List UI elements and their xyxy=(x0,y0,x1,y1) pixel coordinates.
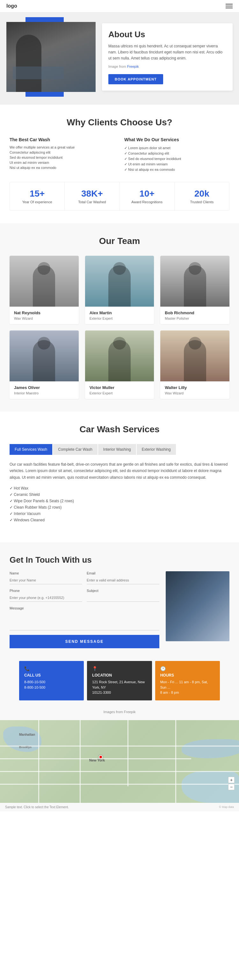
stats-row: 15+Year Of experience38K+Total Car Washe… xyxy=(10,182,229,210)
name-input[interactable] xyxy=(10,576,82,584)
contact-title: Get In Touch With us xyxy=(10,555,229,565)
team-info: James Oliver Interior Maestro xyxy=(10,381,79,399)
team-member-name: Walter Lilly xyxy=(165,385,225,390)
team-card: Walter Lilly Wax Wizard xyxy=(160,331,229,399)
list-item: Consectetur adipiscing elit xyxy=(124,151,229,156)
stat-number: 20k xyxy=(178,189,226,199)
logo: logo xyxy=(6,3,17,9)
info-boxes: 📞 CALL US 8-800-10-5008-800-10-500 📍 LOC… xyxy=(10,661,229,707)
team-member-role: Wax Wizard xyxy=(14,317,74,320)
list-item: Ut enim ad minim veniam xyxy=(124,162,229,167)
stat-item: 38K+Total Car Washed xyxy=(65,182,120,210)
team-card: Bob Richmond Master Polisher xyxy=(160,256,229,324)
phone-input[interactable] xyxy=(10,594,82,602)
email-input[interactable] xyxy=(87,576,159,584)
stat-item: 10+Award Recognitions xyxy=(120,182,175,210)
list-item: Nisi ut aliquip ex ea commodo xyxy=(124,167,229,172)
team-member-role: Interior Maestro xyxy=(14,391,74,395)
stat-number: 15+ xyxy=(13,189,61,199)
services-tab-button[interactable]: Interior Washing xyxy=(98,444,136,455)
map-zoom-in-button[interactable]: + xyxy=(228,777,234,783)
form-row-2: Phone Subject xyxy=(10,589,159,602)
about-title: About Us xyxy=(108,30,226,40)
team-title: Our Team xyxy=(10,236,229,246)
form-group-message: Message xyxy=(10,606,159,632)
phone-label: Phone xyxy=(10,589,82,593)
why-col1-text1: We offer multiple services at a great va… xyxy=(10,145,115,149)
why-col2-list: Lorem ipsum dolor sit amet Consectetur a… xyxy=(124,145,229,172)
team-member-name: Nat Reynolds xyxy=(14,310,74,315)
list-item: Ceramic Shield xyxy=(10,492,229,498)
info-boxes-wrapper: 📞 CALL US 8-800-10-5008-800-10-500 📍 LOC… xyxy=(0,661,239,720)
form-group-email: Email xyxy=(87,571,159,584)
contact-layout: Name Email Phone Subject Me xyxy=(10,571,229,648)
list-item: Interior Vacuum xyxy=(10,511,229,517)
subject-label: Subject xyxy=(87,589,159,593)
map-section[interactable]: New York Manhattan Brooklyn + − xyxy=(0,720,239,803)
team-member-name: Alex Martin xyxy=(90,310,150,315)
stat-label: Total Car Washed xyxy=(68,200,116,204)
team-info: Alex Martin Exterior Expert xyxy=(85,307,154,324)
team-photo-placeholder xyxy=(160,256,229,307)
map-label-manhattan: Manhattan xyxy=(19,733,35,737)
hero-section: About Us Massa ultrices mi quis hendreri… xyxy=(0,13,239,105)
map-pin xyxy=(99,755,103,759)
contact-photo xyxy=(166,571,229,641)
message-label: Message xyxy=(10,606,159,610)
services-tab-button[interactable]: Exterior Washing xyxy=(137,444,176,455)
why-col2-title: What We Do Our Services xyxy=(124,137,229,142)
book-appointment-button[interactable]: BOOK APPOINTMENT xyxy=(108,74,163,84)
services-tab-button[interactable]: Complete Car Wash xyxy=(53,444,98,455)
services-title: Car Wash Services xyxy=(10,424,229,434)
team-photo-placeholder xyxy=(85,331,154,381)
team-section: Our Team Nat Reynolds Wax Wizard Alex Ma… xyxy=(0,223,239,412)
list-item: Sed do eiusmod tempor incididunt xyxy=(124,156,229,162)
info-box-title: LOCATION xyxy=(92,673,147,678)
team-card: James Oliver Interior Maestro xyxy=(10,331,79,399)
email-label: Email xyxy=(87,571,159,575)
team-member-role: Exterior Expert xyxy=(90,391,150,395)
services-section: Car Wash Services Full Services WashComp… xyxy=(0,412,239,542)
map-attribution: © Map data xyxy=(219,805,234,808)
message-input[interactable] xyxy=(10,611,159,630)
team-card: Victor Muller Exterior Expert xyxy=(85,331,154,399)
team-info: Walter Lilly Wax Wizard xyxy=(160,381,229,399)
team-member-role: Master Polisher xyxy=(165,317,225,320)
team-photo-placeholder xyxy=(10,256,79,307)
team-info: Bob Richmond Master Polisher xyxy=(160,307,229,324)
about-text: Massa ultrices mi quis hendrerit. Ac ut … xyxy=(108,43,226,62)
info-box-text: 8-800-10-5008-800-10-500 xyxy=(24,679,79,690)
team-member-name: James Oliver xyxy=(14,385,74,390)
stat-label: Award Recognitions xyxy=(123,200,171,204)
map-zoom-out-button[interactable]: − xyxy=(228,784,234,790)
stat-number: 38K+ xyxy=(68,189,116,199)
info-box-text: Mon - Fri ... 11 am - 8 pm, Sat, Sun ...… xyxy=(160,679,215,695)
team-photo-placeholder xyxy=(10,331,79,381)
team-member-role: Wax Wizard xyxy=(165,391,225,395)
services-tab-button[interactable]: Full Services Wash xyxy=(10,444,52,455)
hamburger-menu[interactable] xyxy=(226,4,233,8)
hero-image-container xyxy=(6,22,96,92)
stat-label: Year Of experience xyxy=(13,200,61,204)
list-item: Lorem ipsum dolor sit amet xyxy=(124,145,229,151)
hero-photo xyxy=(6,22,96,92)
team-member-role: Exterior Expert xyxy=(90,317,150,320)
freepik-link[interactable]: Freepik xyxy=(127,65,139,68)
stat-label: Trusted Clients xyxy=(178,200,226,204)
why-col-2: What We Do Our Services Lorem ipsum dolo… xyxy=(124,137,229,172)
subject-input[interactable] xyxy=(87,594,159,602)
list-item: Clean Rubber Mats (2 rows) xyxy=(10,504,229,511)
team-info: Victor Muller Exterior Expert xyxy=(85,381,154,399)
why-col-1: The Best Car Wash We offer multiple serv… xyxy=(10,137,115,172)
team-card: Alex Martin Exterior Expert xyxy=(85,256,154,324)
send-message-button[interactable]: SEND MESSAGE xyxy=(10,635,159,648)
list-item: Hot Wax xyxy=(10,485,229,492)
map-zoom-controls[interactable]: + − xyxy=(228,777,234,790)
contact-form: Name Email Phone Subject Me xyxy=(10,571,159,648)
contact-section: Get In Touch With us Name Email Phone xyxy=(0,542,239,661)
stat-item: 20kTrusted Clients xyxy=(175,182,229,210)
form-group-name: Name xyxy=(10,571,82,584)
info-box-location: 📍 LOCATION 121 Rock Street, 21 Avenue, N… xyxy=(87,661,152,700)
form-group-phone: Phone xyxy=(10,589,82,602)
why-col1-text4: Ut enim ad minim veniam xyxy=(10,161,115,164)
